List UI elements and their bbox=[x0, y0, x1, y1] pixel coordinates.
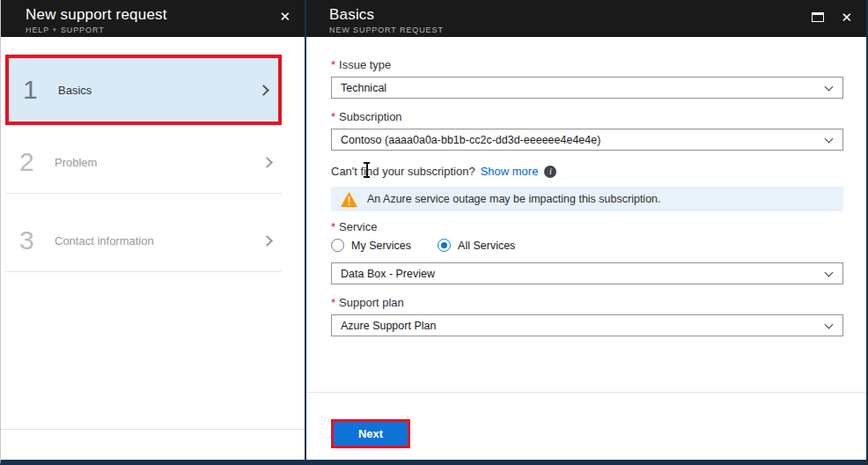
chevron-right-icon bbox=[258, 85, 269, 96]
right-footer: Next bbox=[306, 393, 866, 460]
subscription-help-text: Can't find your subscription? bbox=[331, 165, 475, 178]
right-blade-header: Basics NEW SUPPORT REQUEST ✕ bbox=[306, 0, 866, 37]
chevron-right-icon bbox=[261, 235, 273, 247]
subscription-select[interactable]: Contoso (aaaa0a0a-bb1b-cc2c-dd3d-eeeeee4… bbox=[331, 129, 843, 151]
show-more-link[interactable]: Show more bbox=[481, 165, 539, 178]
annotation-highlight-basics: 1 Basics bbox=[5, 55, 282, 125]
blade-basics: Basics NEW SUPPORT REQUEST ✕ *Issue type… bbox=[306, 0, 866, 460]
step-item-contact-information[interactable]: 3 Contact information bbox=[5, 210, 282, 272]
blade-new-support-request: New support request HELP + SUPPORT ✕ 1 B… bbox=[1, 0, 306, 460]
left-blade-header: New support request HELP + SUPPORT ✕ bbox=[1, 0, 305, 37]
required-marker: * bbox=[331, 296, 335, 309]
left-blade-subtitle: HELP + SUPPORT bbox=[26, 26, 294, 34]
subscription-label-text: Subscription bbox=[339, 110, 402, 123]
window-icons: ✕ bbox=[812, 9, 854, 26]
step-item-basics[interactable]: 1 Basics bbox=[9, 58, 278, 122]
close-icon[interactable]: ✕ bbox=[277, 8, 292, 25]
warning-text: An Azure service outage may be impacting… bbox=[367, 193, 661, 205]
chevron-right-icon bbox=[261, 157, 273, 168]
next-button[interactable]: Next bbox=[334, 422, 408, 446]
maximize-icon[interactable] bbox=[812, 12, 824, 22]
service-radio-group: My Services All Services bbox=[331, 239, 843, 252]
required-marker: * bbox=[331, 58, 335, 71]
azure-new-support-request-screen: New support request HELP + SUPPORT ✕ 1 B… bbox=[0, 0, 868, 465]
service-select[interactable]: Data Box - Preview bbox=[331, 262, 843, 284]
step-label: Basics bbox=[58, 84, 92, 97]
chevron-down-icon bbox=[825, 268, 834, 277]
issue-type-select[interactable]: Technical bbox=[331, 77, 843, 99]
step-number: 2 bbox=[19, 147, 51, 177]
radio-all-services-label: All Services bbox=[458, 240, 515, 252]
required-marker: * bbox=[331, 220, 335, 233]
warning-icon bbox=[340, 191, 358, 208]
step-label: Problem bbox=[55, 156, 97, 169]
service-label-text: Service bbox=[339, 220, 377, 233]
right-blade-title: Basics bbox=[329, 6, 856, 24]
right-blade-subtitle: NEW SUPPORT REQUEST bbox=[329, 26, 856, 34]
radio-my-services-label: My Services bbox=[351, 240, 411, 252]
required-marker: * bbox=[331, 110, 335, 123]
step-item-problem[interactable]: 2 Problem bbox=[5, 131, 282, 194]
support-plan-value: Azure Support Plan bbox=[341, 320, 436, 332]
support-plan-label: *Support plan bbox=[331, 296, 843, 309]
issue-type-value: Technical bbox=[341, 82, 386, 94]
subscription-help-row: Can't find your subscription? Show more … bbox=[331, 165, 843, 178]
step-label: Contact information bbox=[55, 234, 154, 247]
left-footer-divider bbox=[1, 429, 305, 430]
service-label: *Service bbox=[331, 220, 843, 233]
close-icon[interactable]: ✕ bbox=[839, 9, 854, 26]
service-value: Data Box - Preview bbox=[341, 268, 435, 280]
left-blade-title: New support request bbox=[26, 6, 294, 24]
support-plan-select[interactable]: Azure Support Plan bbox=[331, 314, 843, 336]
chevron-down-icon bbox=[825, 82, 834, 91]
chevron-down-icon bbox=[825, 320, 834, 328]
issue-type-label-text: Issue type bbox=[339, 58, 391, 71]
basics-form: *Issue type Technical *Subscription Cont… bbox=[306, 37, 866, 392]
subscription-label: *Subscription bbox=[331, 110, 843, 123]
warning-banner: An Azure service outage may be impacting… bbox=[331, 187, 843, 211]
annotation-highlight-next: Next bbox=[331, 419, 410, 448]
chevron-down-icon bbox=[825, 134, 834, 143]
step-number: 3 bbox=[19, 225, 51, 255]
support-plan-label-text: Support plan bbox=[339, 296, 404, 309]
radio-all-services[interactable]: All Services bbox=[438, 239, 515, 252]
subscription-value: Contoso (aaaa0a0a-bb1b-cc2c-dd3d-eeeeee4… bbox=[341, 134, 600, 146]
issue-type-label: *Issue type bbox=[331, 58, 843, 71]
steps-list: 1 Basics 2 Problem 3 Contact information bbox=[1, 37, 305, 460]
radio-my-services[interactable]: My Services bbox=[331, 239, 411, 252]
step-number: 1 bbox=[23, 75, 55, 105]
radio-selected-icon bbox=[438, 239, 451, 252]
info-icon[interactable]: i bbox=[544, 166, 556, 178]
radio-unselected-icon bbox=[331, 239, 344, 252]
